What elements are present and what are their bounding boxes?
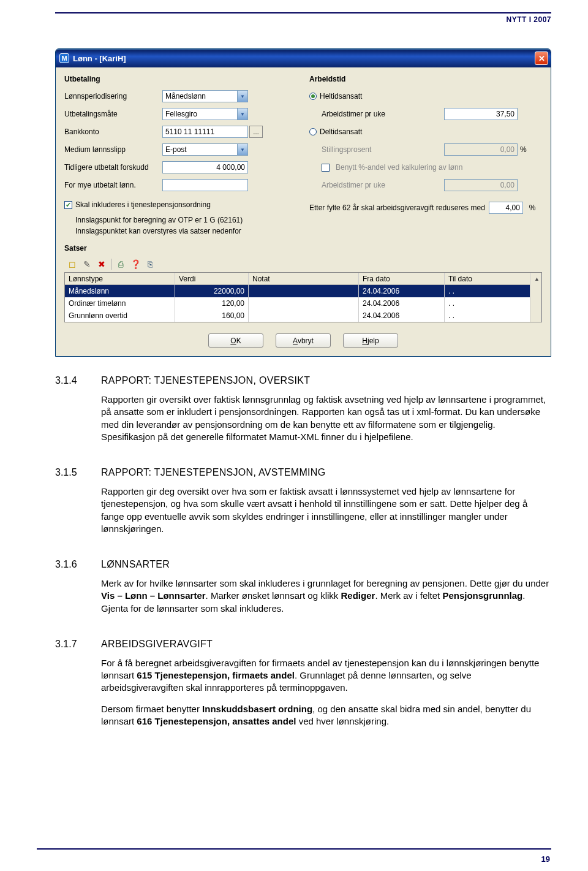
group-utbetaling-title: Utbetaling — [64, 75, 297, 83]
overstyr-line: Innslagspunktet kan overstyres via satse… — [64, 227, 297, 235]
table-row[interactable]: Ordinær timelønn120,0024.04.2006. . — [65, 297, 541, 310]
table-row[interactable]: Grunnlønn overtid160,0024.04.2006. . — [65, 310, 541, 322]
label-etter62: Etter fylte 62 år skal arbeidsgiveravgif… — [309, 203, 485, 212]
label-bankkonto: Bankkonto — [64, 127, 162, 136]
section-para: Dersom firmaet benytter Innskuddsbasert … — [101, 703, 551, 728]
label-tidligere: Tidligere utbetalt forskudd — [64, 163, 162, 172]
label-medium: Medium lønnsslipp — [64, 145, 162, 154]
input-etter62[interactable] — [489, 202, 523, 214]
section-para: Merk av for hvilke lønnsarter som skal i… — [101, 577, 551, 615]
window-title: Lønn - [KariH] — [73, 54, 535, 63]
section-num: 3.1.6 — [55, 559, 89, 623]
label-arbeidstimer2: Arbeidstimer pr uke — [322, 181, 444, 189]
combo-periodisering[interactable]: Månedslønn ▼ — [162, 90, 248, 102]
col-type[interactable]: Lønnstype — [65, 273, 175, 285]
label-arbeidstimer1: Arbeidstimer pr uke — [322, 110, 444, 118]
pct-sign: % — [520, 145, 527, 154]
col-note[interactable]: Notat — [249, 273, 359, 285]
cell-to: . . — [445, 297, 530, 310]
section-title: RAPPORT: TJENESTEPENSJON, OVERSIKT — [101, 375, 551, 386]
cell-val: 160,00 — [175, 310, 249, 322]
section-para: For å få beregnet arbeidsgiveravgiften f… — [101, 657, 551, 694]
input-arbeidstimer1[interactable] — [444, 108, 518, 120]
label-stillingsprosent: Stillingsprosent — [322, 145, 444, 154]
satser-toolbar: ◻ ✎ ✖ ⎙ ❓ ⎘ — [64, 256, 542, 272]
scrollbar-track[interactable] — [530, 285, 541, 297]
label-formye: For mye utbetalt lønn. — [64, 181, 162, 189]
input-arbeidstimer2 — [444, 179, 518, 191]
cell-to: . . — [445, 310, 530, 322]
input-bankkonto[interactable] — [162, 126, 248, 138]
new-icon[interactable]: ◻ — [67, 259, 78, 270]
input-stillingsprosent — [444, 143, 518, 156]
section-title: LØNNSARTER — [101, 559, 551, 570]
group-arbeidstid-title: Arbeidstid — [309, 75, 542, 83]
avbryt-button[interactable]: Avbryt — [276, 333, 331, 348]
input-formye[interactable] — [162, 179, 248, 191]
scrollbar-track[interactable] — [530, 297, 541, 310]
cell-type: Ordinær timelønn — [65, 297, 175, 310]
lookup-button[interactable]: … — [249, 126, 263, 138]
cell-val: 120,00 — [175, 297, 249, 310]
group-utbetaling: Utbetaling Lønnsperiodisering Månedslønn… — [64, 75, 297, 238]
edit-icon[interactable]: ✎ — [81, 259, 92, 270]
scroll-up-icon[interactable]: ▲ — [530, 273, 541, 285]
label-benytt: Benytt %-andel ved kalkulering av lønn — [336, 163, 462, 172]
page-number: 19 — [541, 854, 550, 864]
header-rule — [55, 12, 551, 13]
table-row[interactable]: Månedslønn22000,0024.04.2006. . — [65, 285, 541, 297]
cell-to: . . — [445, 285, 530, 297]
cell-from: 24.04.2006 — [359, 285, 445, 297]
chevron-down-icon: ▼ — [237, 144, 247, 155]
footer-rule — [37, 848, 551, 850]
section-316: 3.1.6 LØNNSARTER Merk av for hvilke lønn… — [55, 559, 551, 623]
print-icon[interactable]: ⎙ — [115, 259, 126, 270]
cell-note — [249, 285, 359, 297]
otp-line: Innslagspunkt for beregning av OTP er 1 … — [64, 216, 297, 224]
chevron-down-icon: ▼ — [237, 91, 247, 102]
radio-deltid[interactable]: Deltidsansatt — [309, 127, 362, 136]
close-icon: ✕ — [538, 54, 545, 63]
col-from[interactable]: Fra dato — [359, 273, 445, 285]
section-num: 3.1.5 — [55, 467, 89, 544]
section-para: Rapporten gir deg oversikt over hva som … — [101, 485, 551, 535]
col-val[interactable]: Verdi — [175, 273, 249, 285]
combo-medium[interactable]: E-post ▼ — [162, 143, 248, 156]
delete-icon[interactable]: ✖ — [96, 259, 107, 270]
radio-heltid[interactable]: Heltidsansatt — [309, 92, 362, 101]
grid-header: Lønnstype Verdi Notat Fra dato Til dato … — [65, 273, 541, 285]
cell-from: 24.04.2006 — [359, 310, 445, 322]
input-tidligere[interactable] — [162, 161, 248, 173]
section-num: 3.1.4 — [55, 375, 89, 452]
header-right: NYTT I 2007 — [506, 15, 551, 24]
close-button[interactable]: ✕ — [535, 51, 548, 65]
radio-icon — [309, 93, 317, 100]
cell-type: Grunnlønn overtid — [65, 310, 175, 322]
section-315: 3.1.5 RAPPORT: TJENESTEPENSJON, AVSTEMMI… — [55, 467, 551, 544]
help-icon[interactable]: ❓ — [130, 259, 141, 270]
scrollbar-track[interactable] — [530, 310, 541, 322]
chevron-down-icon: ▼ — [237, 108, 247, 120]
section-title: RAPPORT: TJENESTEPENSJON, AVSTEMMING — [101, 467, 551, 478]
section-num: 3.1.7 — [55, 639, 89, 736]
ok-button[interactable]: OK — [208, 333, 263, 348]
group-arbeidstid: Arbeidstid Heltidsansatt Arbeidstimer pr… — [309, 75, 542, 238]
cell-val: 22000,00 — [175, 285, 249, 297]
combo-utbetalingsmate[interactable]: Fellesgiro ▼ — [162, 108, 248, 120]
cell-type: Månedslønn — [65, 285, 175, 297]
cell-note — [249, 310, 359, 322]
app-window: M Lønn - [KariH] ✕ Utbetaling Lønnsperio… — [55, 48, 551, 357]
section-314: 3.1.4 RAPPORT: TJENESTEPENSJON, OVERSIKT… — [55, 375, 551, 452]
checkbox-pension[interactable]: ✔ — [64, 201, 72, 209]
label-pension-check: Skal inkluderes i tjenestepensjonsordnin… — [75, 200, 211, 209]
hjelp-button[interactable]: Hjelp — [343, 333, 398, 348]
app-icon: M — [59, 53, 69, 63]
exit-icon[interactable]: ⎘ — [145, 259, 156, 270]
pct-sign-2: % — [529, 203, 536, 212]
col-to[interactable]: Til dato — [445, 273, 530, 285]
label-utbetalingsmate: Utbetalingsmåte — [64, 110, 162, 118]
section-para: Rapporten gir oversikt over faktisk lønn… — [101, 394, 551, 443]
checkbox-benytt — [322, 164, 330, 172]
titlebar: M Lønn - [KariH] ✕ — [56, 49, 551, 67]
radio-icon — [309, 128, 317, 135]
